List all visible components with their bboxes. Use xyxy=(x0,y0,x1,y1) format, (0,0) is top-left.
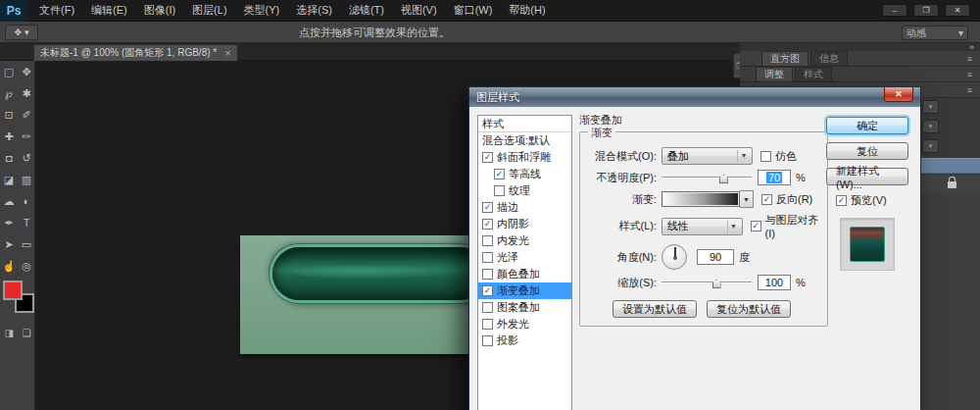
new-style-button[interactable]: 新建样式(W)... xyxy=(826,168,908,185)
align-with-layer-checkbox[interactable]: ✓ xyxy=(751,221,761,231)
quick-mask-button[interactable]: ◨ xyxy=(4,328,13,338)
tool-eraser[interactable]: ◪ xyxy=(0,169,18,190)
tool-clone-stamp[interactable]: ◘ xyxy=(0,147,18,169)
tab-histogram[interactable]: 直方图 xyxy=(761,51,808,66)
tool-zoom[interactable]: ◎ xyxy=(18,255,35,277)
list-item-inner-shadow[interactable]: ✓内阴影 xyxy=(478,216,571,232)
dither-checkbox[interactable] xyxy=(760,151,771,162)
locked-layer-row[interactable] xyxy=(918,175,980,192)
menu-item-filter[interactable]: 滤镜(T) xyxy=(349,3,384,18)
menu-item-layer[interactable]: 图层(L) xyxy=(192,3,226,18)
list-item-gradient-overlay[interactable]: ✓渐变叠加 xyxy=(478,282,571,299)
selected-layer-row[interactable] xyxy=(918,158,980,174)
tool-spot-healing[interactable]: ✚ xyxy=(0,126,18,147)
checkbox[interactable]: ✓ xyxy=(482,202,493,213)
list-item-stroke[interactable]: ✓描边 xyxy=(478,199,571,216)
ok-button[interactable]: 确定 xyxy=(826,117,908,134)
panel-menu-icon[interactable]: ≡ xyxy=(967,85,972,95)
tool-magic-wand[interactable]: ✱ xyxy=(18,82,35,104)
tool-rectangular-marquee[interactable]: ▢ xyxy=(0,61,18,82)
angle-value-field[interactable]: 90 xyxy=(697,249,734,265)
menu-item-file[interactable]: 文件(F) xyxy=(39,3,74,18)
tool-lasso[interactable]: ℘ xyxy=(0,82,18,104)
tool-type[interactable]: T xyxy=(18,212,35,233)
checkbox[interactable] xyxy=(494,185,505,196)
styles-list-header[interactable]: 样式 xyxy=(478,116,571,132)
list-item-satin[interactable]: 光泽 xyxy=(478,249,571,266)
panel-strip-button[interactable]: ▾ xyxy=(922,100,939,114)
dialog-close-button[interactable]: ✕ xyxy=(884,87,913,102)
screen-mode-button[interactable]: ❏ xyxy=(23,328,31,338)
dialog-titlebar[interactable]: 图层样式 ✕ xyxy=(469,87,920,107)
list-item-contour[interactable]: ✓等高线 xyxy=(478,166,571,182)
tool-pen[interactable]: ✒ xyxy=(0,212,18,233)
blend-mode-select[interactable]: 叠加 ▼ xyxy=(662,147,753,165)
menu-item-select[interactable]: 选择(S) xyxy=(296,3,332,18)
tab-adjustments[interactable]: 调整 xyxy=(756,67,793,81)
make-default-button[interactable]: 设置为默认值 xyxy=(612,300,697,318)
list-item-pattern-overlay[interactable]: 图案叠加 xyxy=(478,299,571,316)
angle-dial[interactable] xyxy=(662,244,687,270)
checkbox[interactable]: ✓ xyxy=(482,152,493,163)
tool-dodge[interactable]: ◐ xyxy=(18,190,35,212)
rounded-rectangle-shape[interactable] xyxy=(272,247,475,300)
gradient-style-select[interactable]: 线性 ▼ xyxy=(662,218,743,235)
tool-crop[interactable]: ⊡ xyxy=(0,104,18,126)
reset-default-button[interactable]: 复位为默认值 xyxy=(707,300,791,318)
menu-item-view[interactable]: 视图(V) xyxy=(401,3,437,18)
tab-styles[interactable]: 样式 xyxy=(795,67,832,81)
tab-info[interactable]: 信息 xyxy=(810,51,848,66)
list-item-inner-glow[interactable]: 内发光 xyxy=(478,232,571,249)
panel-menu-icon[interactable]: ≡ xyxy=(967,54,972,64)
tool-brush[interactable]: ✏ xyxy=(18,126,35,147)
tool-gradient[interactable]: ▥ xyxy=(18,169,35,190)
workspace-switcher[interactable]: 动感 ▾ xyxy=(902,26,968,40)
panel-strip-button[interactable]: ▾ xyxy=(922,120,939,133)
list-item-texture[interactable]: 纹理 xyxy=(478,182,571,199)
foreground-color-swatch[interactable] xyxy=(3,281,23,300)
list-item-outer-glow[interactable]: 外发光 xyxy=(478,316,571,333)
close-button[interactable]: ✕ xyxy=(945,4,970,17)
list-item-bevel-emboss[interactable]: ✓斜面和浮雕 xyxy=(478,149,571,166)
tool-smudge[interactable]: ☁ xyxy=(0,190,18,212)
opacity-value-field[interactable]: 70 xyxy=(758,170,791,185)
menu-item-type[interactable]: 类型(Y) xyxy=(244,3,280,18)
checkbox[interactable]: ✓ xyxy=(482,219,493,230)
checkbox[interactable]: ✓ xyxy=(494,169,505,179)
tool-move[interactable]: ✥ xyxy=(18,61,35,82)
checkbox[interactable] xyxy=(482,252,493,263)
list-item-blending-options[interactable]: 混合选项:默认 xyxy=(478,132,571,149)
tool-hand[interactable]: ☝ xyxy=(0,255,18,277)
minimize-button[interactable]: – xyxy=(882,4,907,17)
checkbox[interactable] xyxy=(482,235,493,246)
list-item-drop-shadow[interactable]: 投影 xyxy=(478,333,571,349)
tool-rectangle-shape[interactable]: ▭ xyxy=(18,233,35,255)
scale-value-field[interactable]: 100 xyxy=(758,275,791,290)
checkbox[interactable] xyxy=(482,269,493,280)
tool-history-brush[interactable]: ↺ xyxy=(18,147,35,169)
tool-path-selection[interactable]: ➤ xyxy=(0,233,18,255)
reset-button[interactable]: 复位 xyxy=(826,142,908,160)
tab-close-icon[interactable]: × xyxy=(224,47,230,59)
panel-strip-button[interactable]: ▾ xyxy=(922,139,939,153)
document-tab[interactable]: 未标题-1 @ 100% (圆角矩形 1, RGB/8) * × xyxy=(33,44,238,61)
menu-item-window[interactable]: 窗口(W) xyxy=(454,3,493,18)
reverse-checkbox[interactable]: ✓ xyxy=(761,194,772,205)
gradient-preview-well[interactable] xyxy=(662,191,740,207)
checkbox[interactable] xyxy=(482,319,493,330)
gradient-picker-arrow[interactable]: ▼ xyxy=(740,190,754,208)
scale-slider[interactable] xyxy=(662,276,752,289)
document-canvas[interactable] xyxy=(240,235,475,354)
menu-item-image[interactable]: 图像(I) xyxy=(144,3,175,18)
checkbox[interactable] xyxy=(482,302,493,313)
opacity-slider[interactable] xyxy=(662,171,752,184)
menu-item-edit[interactable]: 编辑(E) xyxy=(91,3,127,18)
restore-button[interactable]: ❐ xyxy=(913,4,939,17)
preview-checkbox[interactable]: ✓ xyxy=(836,195,847,206)
list-item-color-overlay[interactable]: 颜色叠加 xyxy=(478,266,571,282)
checkbox[interactable]: ✓ xyxy=(482,285,493,296)
tool-eyedropper[interactable]: ✐ xyxy=(18,104,35,126)
panel-menu-icon[interactable]: ≡ xyxy=(967,70,972,79)
menu-item-help[interactable]: 帮助(H) xyxy=(509,3,545,18)
checkbox[interactable] xyxy=(482,335,493,346)
